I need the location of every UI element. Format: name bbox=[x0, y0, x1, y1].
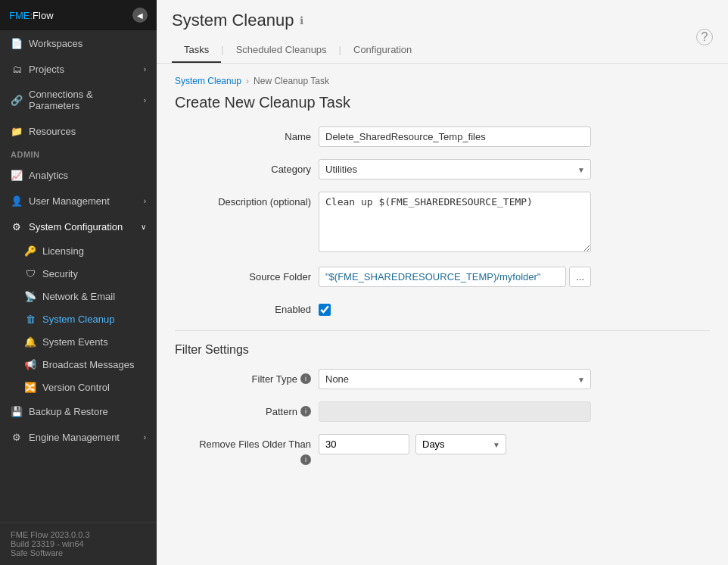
sidebar-item-analytics[interactable]: 📈 Analytics bbox=[0, 162, 157, 188]
source-folder-label: Source Folder bbox=[175, 267, 311, 282]
sidebar-item-user-management[interactable]: 👤 User Management › bbox=[0, 188, 157, 214]
main-content: System Cleanup ℹ Tasks | Scheduled Clean… bbox=[157, 0, 728, 565]
description-textarea[interactable]: Clean up $(FME_SHAREDRESOURCE_TEMP) bbox=[319, 192, 591, 252]
workspaces-icon: 📄 bbox=[11, 37, 23, 49]
engine-management-arrow: › bbox=[144, 433, 146, 442]
sidebar-label-system-cleanup: System Cleanup bbox=[42, 314, 114, 325]
help-icon[interactable]: ? bbox=[696, 29, 713, 45]
source-folder-row: Source Folder ... bbox=[175, 267, 710, 287]
sidebar-item-broadcast-messages[interactable]: 📢 Broadcast Messages bbox=[0, 353, 157, 376]
category-select[interactable]: Utilities Maintenance Archive bbox=[319, 159, 591, 179]
sidebar-label-engine-management: Engine Management bbox=[29, 432, 120, 443]
sidebar-footer: FME Flow 2023.0.0.3 Build 23319 - win64 … bbox=[0, 522, 157, 565]
sidebar-collapse-button[interactable]: ◀ bbox=[132, 8, 148, 23]
breadcrumb-parent[interactable]: System Cleanup bbox=[175, 76, 241, 86]
sidebar-item-security[interactable]: 🛡 Security bbox=[0, 262, 157, 285]
main-header: System Cleanup ℹ Tasks | Scheduled Clean… bbox=[157, 0, 728, 64]
sidebar-label-user-management: User Management bbox=[29, 195, 110, 207]
source-folder-input-row: ... bbox=[319, 267, 591, 287]
sidebar-item-engine-management[interactable]: ⚙ Engine Management › bbox=[0, 424, 157, 450]
remove-files-row: Remove Files Older Than i Days Hours Min… bbox=[175, 434, 710, 465]
projects-icon: 🗂 bbox=[11, 63, 23, 75]
tab-configuration[interactable]: Configuration bbox=[341, 38, 424, 63]
pattern-label-container: Pattern i bbox=[175, 401, 311, 417]
sidebar-item-projects[interactable]: 🗂 Projects › bbox=[0, 56, 157, 82]
sidebar-item-licensing[interactable]: 🔑 Licensing bbox=[0, 239, 157, 262]
description-label: Description (optional) bbox=[175, 192, 311, 208]
filter-type-row: Filter Type i None Include Exclude bbox=[175, 369, 710, 389]
description-control: Clean up $(FME_SHAREDRESOURCE_TEMP) bbox=[319, 192, 591, 254]
enabled-control bbox=[319, 299, 591, 318]
connections-arrow: › bbox=[144, 96, 146, 105]
section-divider bbox=[175, 330, 710, 331]
engine-management-icon: ⚙ bbox=[11, 431, 23, 443]
filter-type-label-container: Filter Type i bbox=[175, 369, 311, 385]
tabs-container: Tasks | Scheduled Cleanups | Configurati… bbox=[172, 38, 424, 63]
enabled-label: Enabled bbox=[175, 299, 311, 315]
footer-line2: Build 23319 - win64 bbox=[11, 539, 146, 548]
enabled-row: Enabled bbox=[175, 299, 710, 318]
sidebar-item-network-email[interactable]: 📡 Network & Email bbox=[0, 285, 157, 307]
sidebar-label-workspaces: Workspaces bbox=[29, 38, 82, 49]
sidebar-label-licensing: Licensing bbox=[42, 245, 84, 257]
page-title-row: System Cleanup ℹ bbox=[172, 11, 424, 30]
form-title: Create New Cleanup Task bbox=[175, 94, 710, 111]
sidebar-label-security: Security bbox=[42, 268, 78, 279]
broadcast-messages-icon: 📢 bbox=[24, 358, 36, 370]
source-folder-control: ... bbox=[319, 267, 591, 287]
projects-arrow: › bbox=[144, 65, 146, 73]
name-control bbox=[319, 126, 591, 147]
remove-files-info-icon[interactable]: i bbox=[300, 454, 311, 465]
pattern-control bbox=[319, 401, 591, 422]
sidebar-label-connections: Connections & Parameters bbox=[29, 89, 138, 111]
sidebar-item-resources[interactable]: 📁 Resources bbox=[0, 118, 157, 144]
page-title-info-icon[interactable]: ℹ bbox=[300, 14, 303, 27]
remove-files-label: Remove Files Older Than bbox=[199, 439, 311, 450]
name-label: Name bbox=[175, 126, 311, 142]
remove-files-input[interactable] bbox=[319, 434, 409, 454]
filter-type-select-wrapper: None Include Exclude bbox=[319, 369, 591, 389]
sidebar-label-analytics: Analytics bbox=[29, 170, 68, 181]
system-configuration-icon: ⚙ bbox=[11, 220, 23, 233]
sidebar-item-version-control[interactable]: 🔀 Version Control bbox=[0, 376, 157, 398]
sidebar-label-backup-restore: Backup & Restore bbox=[29, 406, 108, 417]
pattern-row: Pattern i bbox=[175, 401, 710, 422]
sidebar-label-broadcast-messages: Broadcast Messages bbox=[42, 359, 134, 370]
tab-scheduled-cleanups[interactable]: Scheduled Cleanups bbox=[224, 38, 339, 63]
pattern-input bbox=[319, 401, 591, 422]
sidebar-header: FME:Flow ◀ bbox=[0, 0, 157, 30]
sidebar-item-workspaces[interactable]: 📄 Workspaces bbox=[0, 30, 157, 56]
tab-tasks[interactable]: Tasks bbox=[172, 38, 221, 63]
category-select-wrapper: Utilities Maintenance Archive bbox=[319, 159, 591, 179]
licensing-icon: 🔑 bbox=[24, 245, 36, 257]
sidebar-item-backup-restore[interactable]: 💾 Backup & Restore bbox=[0, 398, 157, 424]
remove-files-unit-select[interactable]: Days Hours Minutes bbox=[415, 434, 506, 454]
breadcrumb-separator: › bbox=[246, 76, 249, 86]
connections-icon: 🔗 bbox=[11, 94, 23, 106]
source-folder-input[interactable] bbox=[319, 267, 566, 287]
version-control-icon: 🔀 bbox=[24, 381, 36, 393]
description-row: Description (optional) Clean up $(FME_SH… bbox=[175, 192, 710, 254]
pattern-info-icon[interactable]: i bbox=[300, 406, 311, 417]
remove-files-label-container: Remove Files Older Than i bbox=[175, 434, 311, 465]
pattern-label: Pattern bbox=[266, 406, 297, 417]
sidebar-item-system-configuration[interactable]: ⚙ System Configuration ∨ bbox=[0, 214, 157, 239]
sidebar-item-system-events[interactable]: 🔔 System Events bbox=[0, 330, 157, 353]
resources-icon: 📁 bbox=[11, 125, 23, 137]
security-icon: 🛡 bbox=[24, 267, 36, 279]
category-control: Utilities Maintenance Archive bbox=[319, 159, 591, 179]
footer-line1: FME Flow 2023.0.0.3 bbox=[11, 530, 146, 539]
sidebar-label-version-control: Version Control bbox=[42, 382, 110, 393]
sidebar-label-network-email: Network & Email bbox=[42, 291, 115, 302]
sidebar-item-connections[interactable]: 🔗 Connections & Parameters › bbox=[0, 82, 157, 118]
analytics-icon: 📈 bbox=[11, 169, 23, 181]
filter-type-select[interactable]: None Include Exclude bbox=[319, 369, 591, 389]
browse-button[interactable]: ... bbox=[569, 267, 591, 287]
remove-files-unit-wrapper: Days Hours Minutes bbox=[415, 434, 506, 454]
sidebar-item-system-cleanup[interactable]: 🗑 System Cleanup bbox=[0, 307, 157, 330]
name-input[interactable] bbox=[319, 126, 591, 147]
filter-type-info-icon[interactable]: i bbox=[300, 373, 311, 384]
page-title: System Cleanup bbox=[172, 11, 294, 30]
enabled-checkbox[interactable] bbox=[319, 304, 331, 316]
sidebar: FME:Flow ◀ 📄 Workspaces 🗂 Projects › 🔗 C… bbox=[0, 0, 157, 565]
